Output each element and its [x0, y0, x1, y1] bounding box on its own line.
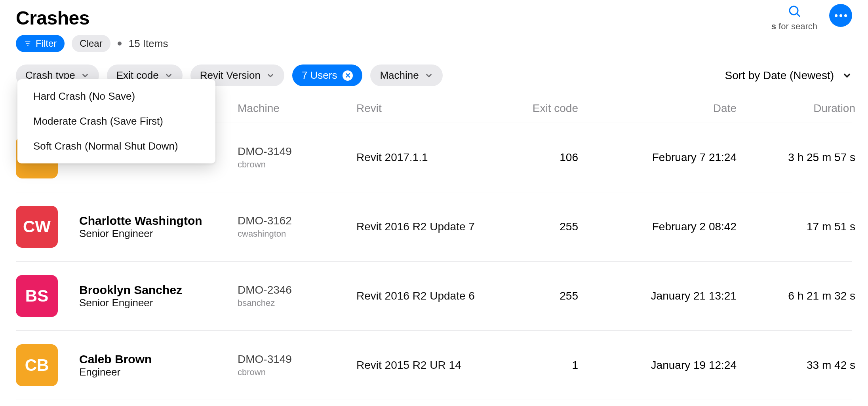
user-name: Charlotte Washington	[79, 214, 238, 228]
chevron-down-icon	[266, 71, 275, 80]
machine-id: DMO-3149	[238, 353, 356, 366]
machine-id: DMO-2346	[238, 284, 356, 296]
table-row[interactable]: CW Charlotte Washington Senior Engineer …	[16, 192, 852, 262]
svg-point-0	[790, 6, 798, 15]
user-role: Engineer	[79, 366, 238, 378]
machine-user: cbrown	[238, 367, 356, 378]
table-row[interactable]: CB Caleb Brown Engineer DMO-3149 cbrown …	[16, 331, 852, 400]
exit-code: 1	[499, 359, 578, 372]
chevron-down-icon	[842, 70, 852, 81]
machine-cell: DMO-2346 bsanchez	[238, 284, 356, 308]
crash-date: January 21 13:21	[578, 290, 737, 302]
filter-label: Filter	[36, 38, 57, 49]
dot-icon	[839, 14, 842, 17]
crash-duration: 6 h 21 m 32 s	[737, 290, 855, 302]
dropdown-item-soft-crash[interactable]: Soft Crash (Normal Shut Down)	[17, 134, 215, 159]
col-revit: Revit	[356, 102, 499, 115]
col-exit: Exit code	[499, 102, 578, 115]
user-role: Senior Engineer	[79, 297, 238, 309]
revit-version: Revit 2016 R2 Update 6	[356, 290, 499, 302]
filter-row: Filter Clear 15 Items	[16, 35, 852, 52]
machine-cell: DMO-3149 cbrown	[238, 353, 356, 378]
revit-version: Revit 2015 R2 UR 14	[356, 359, 499, 372]
sort-dropdown[interactable]: Sort by Date (Newest)	[725, 69, 852, 82]
search-hint: s for search	[771, 21, 817, 32]
dot-icon	[844, 14, 847, 17]
crash-date: February 2 08:42	[578, 220, 737, 233]
avatar: CW	[16, 206, 58, 248]
machine-cell: DMO-3162 cwashington	[238, 214, 356, 239]
avatar-cell: CW	[16, 206, 79, 248]
col-date: Date	[578, 102, 737, 115]
crash-type-dropdown: Hard Crash (No Save) Moderate Crash (Sav…	[17, 79, 215, 163]
revit-version: Revit 2016 R2 Update 7	[356, 220, 499, 233]
search-block[interactable]: s for search	[771, 4, 817, 32]
header-actions: s for search	[771, 4, 852, 32]
chip-users[interactable]: 7 Users ✕	[292, 65, 363, 86]
machine-user: bsanchez	[238, 298, 356, 308]
filter-icon	[24, 38, 32, 49]
user-cell: Caleb Brown Engineer	[79, 353, 238, 378]
exit-code: 255	[499, 220, 578, 233]
chip-machine[interactable]: Machine	[370, 65, 442, 86]
page-title: Crashes	[16, 7, 89, 29]
avatar: CB	[16, 344, 58, 386]
chevron-down-icon	[164, 71, 173, 80]
clear-button[interactable]: Clear	[72, 35, 110, 52]
user-cell: Brooklyn Sanchez Senior Engineer	[79, 283, 238, 309]
avatar: BS	[16, 275, 58, 317]
avatar-cell: BS	[16, 275, 79, 317]
more-button[interactable]	[829, 4, 852, 27]
divider	[16, 58, 852, 58]
header: Crashes s for search	[16, 4, 852, 32]
chevron-down-icon	[81, 71, 89, 80]
crash-date: February 7 21:24	[578, 151, 737, 164]
exit-code: 255	[499, 290, 578, 302]
machine-id: DMO-3162	[238, 214, 356, 227]
crash-duration: 3 h 25 m 57 s	[737, 151, 855, 164]
crash-duration: 17 m 51 s	[737, 220, 855, 233]
dot-icon	[835, 14, 838, 17]
clear-label: Clear	[80, 38, 102, 49]
user-name: Caleb Brown	[79, 353, 238, 366]
machine-user: cbrown	[238, 159, 356, 170]
filter-button[interactable]: Filter	[16, 35, 65, 52]
avatar-cell: CB	[16, 344, 79, 386]
machine-cell: DMO-3149 cbrown	[238, 145, 356, 170]
separator-dot	[118, 42, 122, 46]
machine-user: cwashington	[238, 229, 356, 239]
chevron-down-icon	[424, 71, 433, 80]
user-role: Senior Engineer	[79, 228, 238, 240]
col-machine: Machine	[238, 102, 356, 115]
col-duration: Duration	[737, 102, 855, 115]
table-row[interactable]: BS Brooklyn Sanchez Senior Engineer DMO-…	[16, 262, 852, 331]
svg-line-1	[797, 14, 800, 17]
crash-duration: 33 m 42 s	[737, 359, 855, 372]
search-icon	[787, 4, 801, 20]
dropdown-item-hard-crash[interactable]: Hard Crash (No Save)	[17, 84, 215, 109]
user-name: Brooklyn Sanchez	[79, 283, 238, 297]
sort-label: Sort by Date (Newest)	[725, 69, 834, 82]
close-icon[interactable]: ✕	[343, 70, 353, 81]
user-cell: Charlotte Washington Senior Engineer	[79, 214, 238, 240]
items-count: 15 Items	[129, 38, 168, 50]
exit-code: 106	[499, 151, 578, 164]
revit-version: Revit 2017.1.1	[356, 151, 499, 164]
machine-id: DMO-3149	[238, 145, 356, 158]
dropdown-item-moderate-crash[interactable]: Moderate Crash (Save First)	[17, 109, 215, 134]
crash-date: January 19 12:24	[578, 359, 737, 372]
